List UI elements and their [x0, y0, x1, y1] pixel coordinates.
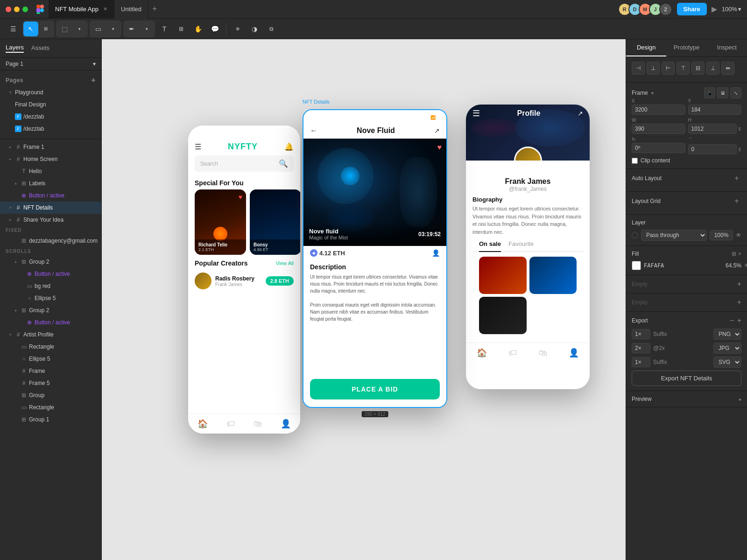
distribute-h-button[interactable]: ⇹: [721, 62, 734, 75]
pen-tool[interactable]: ✒: [124, 21, 139, 36]
layer-item-group2-2[interactable]: ▸ ⊞ Group 2: [0, 304, 101, 316]
layer-item-button-active-2[interactable]: ⊕ Button / active: [0, 268, 101, 280]
layer-item-group-sub[interactable]: ⊞ Group: [0, 389, 101, 401]
nav-home-icon[interactable]: 🏠: [197, 419, 208, 429]
layer-item-frame-sub[interactable]: # Frame: [0, 365, 101, 377]
profile-share-icon[interactable]: ↗: [578, 110, 583, 117]
heart-icon[interactable]: ♥: [239, 193, 242, 201]
w-input[interactable]: [632, 124, 685, 134]
tab-nft-mobile-app[interactable]: NFT Mobile App ✕: [49, 0, 114, 19]
add-layout-grid-button[interactable]: +: [732, 196, 741, 206]
frame-resize-icon[interactable]: ⤡: [730, 87, 741, 98]
layer-item-frame5[interactable]: # Frame 5 👁: [0, 377, 101, 389]
constrain-icon[interactable]: ⇕: [738, 126, 741, 132]
h-input[interactable]: [688, 124, 737, 134]
hamburger-icon[interactable]: ☰: [195, 142, 201, 151]
fill-color-swatch[interactable]: [632, 261, 641, 270]
add-effect-button[interactable]: +: [737, 298, 741, 307]
play-button[interactable]: ▶: [712, 5, 717, 14]
view-all-link[interactable]: View All: [276, 260, 294, 266]
text-tool[interactable]: T: [157, 21, 172, 36]
rotate-input[interactable]: [632, 143, 685, 153]
add-export-button[interactable]: +: [737, 316, 741, 325]
layer-item-rectangle-2[interactable]: ▭ Rectangle: [0, 401, 101, 413]
multiplayer-cursor-icon[interactable]: ⊕: [230, 21, 245, 36]
profile-menu-icon[interactable]: ☰: [472, 108, 480, 119]
hide-layer-icon[interactable]: 👁: [93, 381, 98, 386]
frame-expand-icon[interactable]: ▾: [72, 21, 87, 36]
shape-tool[interactable]: ▭: [91, 21, 106, 36]
layer-item-button-active-1[interactable]: ⊕ Button / active: [0, 189, 101, 202]
assets-tab[interactable]: Assets: [31, 44, 49, 52]
align-right-button[interactable]: ⊢: [662, 62, 675, 75]
maximize-button[interactable]: [22, 7, 28, 12]
frame-tool[interactable]: ⬚: [57, 21, 72, 36]
align-center-v-button[interactable]: ⊟: [691, 62, 705, 75]
add-fill-button[interactable]: +: [738, 251, 741, 257]
preview-row[interactable]: Preview ▸: [632, 396, 741, 402]
tab-close-icon[interactable]: ✕: [103, 6, 107, 12]
profile-nft-3[interactable]: [479, 297, 527, 334]
user-icon[interactable]: 👤: [432, 249, 440, 257]
layer-item-bg-red[interactable]: ▭ bg red: [0, 280, 101, 292]
search-icon[interactable]: 🔍: [279, 159, 288, 168]
nft-details-frame[interactable]: 9:41 ▐▐▐ 📶 ▮ ← Nove Fluid ↗: [303, 109, 447, 408]
place-bid-button[interactable]: PLACE A BID: [310, 379, 440, 399]
nav-tag-icon[interactable]: 🏷: [226, 419, 235, 429]
contrast-icon[interactable]: ◑: [247, 21, 262, 36]
profile-tab-onsale[interactable]: On sale: [479, 240, 501, 252]
visibility-toggle[interactable]: 👁: [736, 232, 741, 238]
blend-mode-select[interactable]: Pass through Normal Multiply: [641, 230, 707, 241]
design-tab[interactable]: Design: [626, 39, 666, 56]
export-format-3[interactable]: PNGJPGSVGPDF: [713, 357, 741, 368]
page-item-playground[interactable]: ▾ Playground: [0, 86, 101, 98]
export-nft-details-button[interactable]: Export NFT Details: [632, 371, 741, 386]
close-button[interactable]: [6, 7, 11, 12]
fill-opacity-input[interactable]: [718, 262, 741, 269]
pen-expand-icon[interactable]: ▾: [139, 21, 154, 36]
layer-item-nft-details[interactable]: ▾ # NFT Details: [0, 202, 101, 214]
align-center-h-button[interactable]: ⊥: [647, 62, 660, 75]
tab-untitled[interactable]: Untitled: [114, 0, 148, 19]
frame-phone-icon[interactable]: 📱: [704, 87, 715, 98]
layer-item-hello[interactable]: T Hello: [0, 165, 101, 177]
layer-item-labels[interactable]: ▸ ⊞ Labels: [0, 177, 101, 189]
layer-item-group2-1[interactable]: ▸ ⊞ Group 2: [0, 256, 101, 268]
fill-hex-input[interactable]: [644, 262, 715, 269]
profile-nav-home-icon[interactable]: 🏠: [477, 348, 487, 358]
align-bottom-button[interactable]: ⊥: [706, 62, 719, 75]
layer-item-share-your-idea[interactable]: ▸ # Share Your Idea: [0, 214, 101, 226]
add-stroke-button[interactable]: +: [737, 280, 741, 288]
share-button[interactable]: Share: [677, 3, 707, 15]
layer-item-artist-profile[interactable]: ▾ # Artist Profile: [0, 329, 101, 341]
layer-item-group1[interactable]: ⊞ Group 1: [0, 413, 101, 426]
add-page-button[interactable]: +: [91, 76, 96, 84]
clip-content-checkbox[interactable]: [632, 158, 638, 164]
bell-icon[interactable]: 🔔: [284, 142, 294, 151]
layer-item-button-active-3[interactable]: ⊕ Button / active: [0, 316, 101, 329]
profile-nav-tag-icon[interactable]: 🏷: [508, 348, 517, 358]
shape-expand-icon[interactable]: ▾: [106, 21, 120, 36]
corner-input[interactable]: [688, 144, 737, 154]
layer-item-email[interactable]: ⊞ dezzlabagency@gmail.com: [0, 235, 101, 247]
component-tool[interactable]: ⊞: [174, 21, 189, 36]
back-button[interactable]: ←: [310, 126, 317, 135]
canvas[interactable]: 9:41 ▐▐▐ wifi ▮▮ ☰ NYFTY 🔔 Search 🔍 S: [102, 39, 626, 560]
page-item-final-design[interactable]: Final Design: [0, 98, 101, 111]
export-scale-1[interactable]: [632, 329, 650, 339]
page-selector[interactable]: Page 1 ▾: [0, 58, 101, 70]
home-card-2[interactable]: Bonsy 4.99 ET: [250, 189, 300, 255]
menu-button[interactable]: ☰: [6, 21, 21, 36]
zoom-control[interactable]: 100% ▾: [722, 6, 741, 13]
minimize-button[interactable]: [14, 7, 20, 12]
remove-export-button[interactable]: −: [730, 316, 734, 325]
y-input[interactable]: [688, 105, 742, 115]
export-format-2[interactable]: PNGJPGSVGPDF: [713, 343, 741, 354]
nav-bag-icon[interactable]: 🛍: [254, 419, 262, 429]
export-scale-3[interactable]: [632, 357, 650, 367]
art-heart-icon[interactable]: ♥: [437, 143, 442, 152]
add-auto-layout-button[interactable]: +: [732, 174, 741, 183]
layer-item-ellipse5-2[interactable]: ○ Ellipse 5: [0, 353, 101, 365]
profile-nav-bag-icon[interactable]: 🛍: [539, 348, 547, 358]
comment-tool[interactable]: 💬: [207, 21, 222, 36]
